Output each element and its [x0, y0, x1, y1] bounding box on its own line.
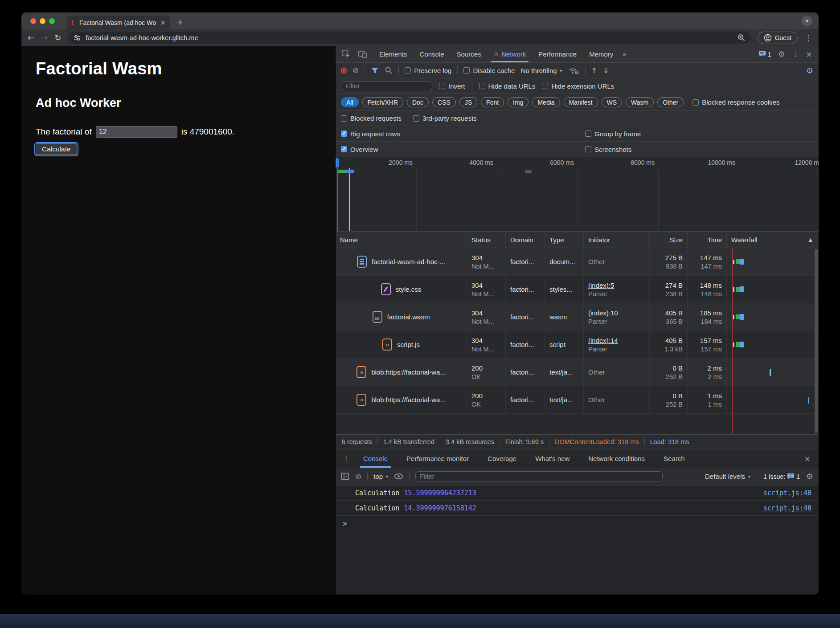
request-row[interactable]: factorial-wasm-ad-hoc-... 304Not M... fa… [336, 248, 819, 276]
drawer-tab-console[interactable]: Console [354, 449, 397, 468]
tab-search-button[interactable]: ▾ [802, 16, 812, 26]
drawer-menu-icon[interactable]: ⋮ [339, 454, 353, 463]
blocked-requests-checkbox[interactable]: Blocked requests [341, 114, 402, 122]
tab-close-icon[interactable]: × [160, 19, 166, 27]
col-status[interactable]: Status [467, 232, 505, 248]
settings-gear-icon[interactable]: ⚙ [778, 49, 785, 59]
clear-console-icon[interactable]: ⊘ [355, 472, 361, 481]
chip-other[interactable]: Other [657, 97, 684, 107]
chip-wasm[interactable]: Wasm [626, 97, 654, 107]
tab-elements[interactable]: Elements [374, 46, 413, 62]
drawer-close-icon[interactable]: × [804, 454, 815, 463]
col-domain[interactable]: Domain [505, 232, 545, 248]
factorial-input[interactable] [96, 126, 177, 138]
request-row[interactable]: ‹›blob:https://factorial-wa... 200OK fac… [336, 386, 819, 414]
inspect-element-icon[interactable] [339, 50, 353, 59]
browser-menu-button[interactable]: ⋮ [804, 33, 812, 42]
chip-manifest[interactable]: Manifest [564, 97, 598, 107]
record-button[interactable] [341, 68, 347, 73]
console-message[interactable]: Calculation 14.399999976158142 script.js… [336, 501, 819, 516]
hide-extension-urls-checkbox[interactable]: Hide extension URLs [542, 82, 614, 90]
maximize-window-button[interactable] [49, 18, 55, 24]
col-initiator[interactable]: Initiator [583, 232, 649, 248]
tab-sources[interactable]: Sources [451, 46, 487, 62]
close-window-button[interactable] [30, 18, 36, 24]
screenshots-checkbox[interactable]: Screenshots [585, 146, 631, 153]
back-button[interactable]: ← [28, 33, 34, 42]
col-type[interactable]: Type [545, 232, 583, 248]
drawer-tab-whats-new[interactable]: What's new [526, 449, 578, 468]
console-prompt[interactable]: > [336, 516, 819, 531]
console-context-select[interactable]: top ▾ [373, 473, 388, 480]
clear-requests-icon[interactable]: ⊘ [352, 66, 359, 75]
network-overview-timeline[interactable]: 2000 ms 4000 ms 6000 ms 8000 ms 10000 ms… [336, 157, 819, 232]
chip-css[interactable]: CSS [432, 97, 456, 107]
group-by-frame-checkbox[interactable]: Group by frame [585, 130, 641, 138]
browser-tab[interactable]: ! Factorial Wasm (ad hoc Work × [67, 16, 170, 29]
reload-button[interactable]: ↻ [54, 33, 61, 42]
blocked-response-cookies-checkbox[interactable]: Blocked response cookies [692, 98, 779, 106]
site-settings-icon[interactable] [73, 34, 81, 42]
import-har-icon[interactable]: ↑ [591, 66, 597, 75]
vertical-scrollbar[interactable] [815, 249, 818, 433]
network-filter-input[interactable] [341, 81, 432, 91]
zoom-icon[interactable] [737, 33, 746, 42]
third-party-requests-checkbox[interactable]: 3rd-party requests [413, 114, 477, 122]
log-levels-select[interactable]: Default levels ▾ [705, 473, 750, 480]
devtools-menu-icon[interactable]: ⋮ [792, 50, 799, 58]
request-row[interactable]: ‹›script.js 304Not M... factori... scrip… [336, 331, 819, 359]
disable-cache-checkbox[interactable]: Disable cache [463, 67, 515, 74]
network-conditions-icon[interactable] [568, 66, 579, 75]
network-settings-gear-icon[interactable]: ⚙ [806, 66, 813, 75]
chip-all[interactable]: All [341, 97, 359, 107]
col-waterfall[interactable]: Waterfall ▲ [726, 232, 819, 248]
issues-counter[interactable]: 1 Issue: 1 [763, 473, 800, 480]
console-sidebar-toggle-icon[interactable] [341, 473, 349, 480]
request-row[interactable]: WAfactorial.wasm 304Not M... factori... … [336, 303, 819, 331]
initiator-link[interactable]: (index):5 [588, 281, 645, 289]
export-har-icon[interactable]: ↓ [603, 66, 609, 75]
throttling-select[interactable]: No throttling ▾ [521, 67, 562, 74]
search-icon[interactable] [385, 66, 393, 74]
chip-fetch-xhr[interactable]: Fetch/XHR [362, 97, 403, 107]
big-request-rows-checkbox[interactable]: Big request rows [341, 130, 400, 138]
chip-font[interactable]: Font [481, 97, 504, 107]
forward-button[interactable]: → [41, 33, 48, 42]
overview-checkbox[interactable]: Overview [341, 146, 378, 153]
tab-memory[interactable]: Memory [584, 46, 619, 62]
new-tab-button[interactable]: + [177, 17, 183, 28]
filter-funnel-icon[interactable] [371, 67, 379, 74]
issues-badge[interactable]: 1 [758, 51, 771, 58]
col-name[interactable]: Name [336, 232, 467, 248]
address-bar[interactable]: factorial-wasm-ad-hoc-worker.glitch.me [68, 32, 750, 44]
hide-data-urls-checkbox[interactable]: Hide data URLs [479, 82, 536, 90]
url-text[interactable]: factorial-wasm-ad-hoc-worker.glitch.me [86, 34, 732, 41]
device-toolbar-icon[interactable] [355, 50, 370, 58]
console-settings-gear-icon[interactable]: ⚙ [806, 472, 813, 481]
profile-button[interactable]: Guest [758, 32, 798, 44]
console-filter-input[interactable] [415, 471, 663, 481]
drawer-tab-coverage[interactable]: Coverage [479, 449, 525, 468]
request-row[interactable]: ‹›blob:https://factorial-wa... 200OK fac… [336, 359, 819, 386]
drawer-tab-network-conditions[interactable]: Network conditions [579, 449, 654, 468]
col-size[interactable]: Size [649, 232, 687, 248]
initiator-link[interactable]: (index):10 [588, 309, 645, 317]
preserve-log-checkbox[interactable]: Preserve log [405, 67, 451, 74]
drawer-tab-performance-monitor[interactable]: Performance monitor [397, 449, 478, 468]
source-link[interactable]: script.js:40 [763, 504, 819, 512]
drawer-tab-search[interactable]: Search [655, 449, 694, 468]
chip-doc[interactable]: Doc [407, 97, 429, 107]
tab-network[interactable]: ⚠ Network [488, 46, 532, 62]
tab-console[interactable]: Console [414, 46, 450, 62]
initiator-link[interactable]: (index):14 [588, 337, 645, 344]
more-tabs-icon[interactable]: » [620, 50, 628, 58]
invert-checkbox[interactable]: Invert [439, 82, 465, 90]
request-row[interactable]: style.css 304Not M... factori... styles.… [336, 276, 819, 303]
chip-img[interactable]: Img [508, 97, 529, 107]
chip-ws[interactable]: WS [602, 97, 623, 107]
source-link[interactable]: script.js:40 [763, 489, 819, 497]
chip-js[interactable]: JS [459, 97, 477, 107]
minimize-window-button[interactable] [40, 18, 45, 24]
calculate-button[interactable]: Calculate [36, 143, 77, 155]
tab-performance[interactable]: Performance [533, 46, 582, 62]
